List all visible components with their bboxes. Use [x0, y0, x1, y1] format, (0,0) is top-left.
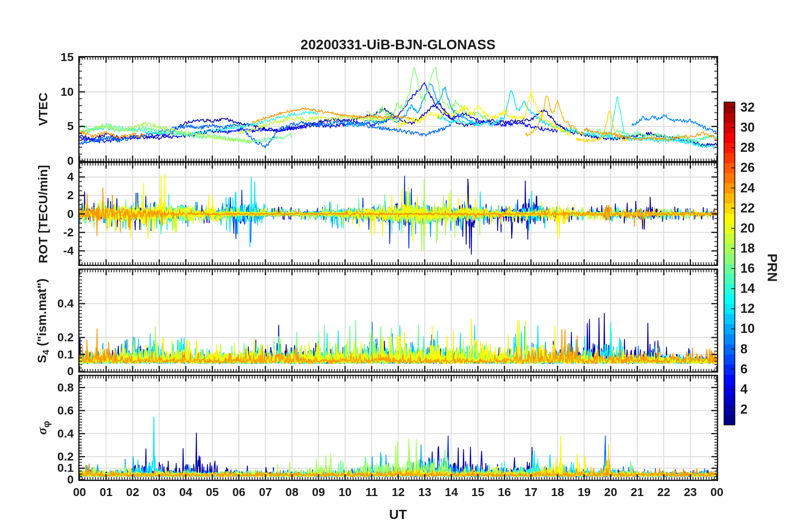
colorbar-label: PRN: [765, 253, 780, 282]
y-tick-label: 0.2: [57, 331, 74, 344]
y-tick-label: 0: [67, 473, 74, 486]
x-tick-label: 19: [578, 486, 591, 499]
y-tick-label: -4: [63, 244, 74, 258]
colorbar-tick-label: 14: [740, 281, 755, 296]
x-axis-label: UT: [389, 507, 407, 522]
colorbar-tick-label: 6: [740, 362, 747, 377]
y-tick-label: -2: [63, 226, 74, 239]
colorbar-tick-label: 28: [740, 140, 755, 155]
y-axis-label-vtec: VTEC: [36, 92, 50, 126]
x-tick-label: 11: [365, 486, 378, 499]
y-tick-label: 5: [67, 120, 74, 133]
x-tick-label: 01: [100, 486, 113, 499]
colorbar-tick-label: 10: [740, 321, 755, 336]
y-tick-label: 0.1: [57, 461, 74, 475]
y-tick-label: 15: [61, 51, 74, 64]
colorbar-tick-label: 26: [740, 160, 755, 175]
x-tick-label: 22: [657, 486, 670, 499]
x-tick-label: 12: [392, 486, 405, 499]
y-tick-label: 4: [67, 170, 74, 184]
y-tick-label: 10: [61, 85, 74, 99]
colorbar-tick-label: 12: [740, 301, 755, 316]
plot-canvas: [0, 0, 796, 532]
x-tick-label: 03: [153, 486, 166, 499]
y-tick-label: 0.4: [57, 297, 74, 310]
x-tick-label: 04: [179, 486, 192, 499]
y-tick-label: 2: [67, 189, 74, 202]
x-tick-label: 13: [418, 486, 431, 499]
colorbar-tick-label: 8: [740, 342, 747, 357]
x-tick-label: 00: [73, 486, 86, 499]
y-tick-label: 0.2: [57, 450, 74, 463]
colorbar-tick-label: 16: [740, 261, 755, 276]
colorbar-tick-label: 32: [740, 100, 755, 115]
y-tick-label: 0: [67, 154, 74, 168]
x-tick-label: 14: [445, 486, 458, 499]
x-tick-label: 10: [339, 486, 352, 499]
x-tick-label: 09: [312, 486, 325, 499]
colorbar-tick-label: 24: [740, 181, 755, 196]
y-axis-label-rot: ROT [TECU/min]: [36, 165, 50, 263]
x-tick-label: 05: [206, 486, 219, 499]
figure: 20200331-UiB-BJN-GLONASS UT PRN 00010203…: [0, 0, 796, 532]
y-tick-label: 0: [67, 365, 74, 378]
x-tick-label: 21: [631, 486, 644, 499]
x-tick-label: 18: [551, 486, 564, 499]
x-tick-label: 06: [232, 486, 245, 499]
x-tick-label: 08: [285, 486, 298, 499]
x-tick-label: 02: [126, 486, 139, 499]
y-tick-label: 0.4: [57, 427, 74, 440]
colorbar-tick-label: 2: [740, 402, 747, 417]
y-axis-label-s4: S4 ("ism.mat"): [35, 278, 51, 363]
y-tick-label: 0: [67, 207, 74, 221]
chart-title: 20200331-UiB-BJN-GLONASS: [0, 37, 796, 53]
x-tick-label: 00: [710, 486, 723, 499]
x-tick-label: 15: [471, 486, 484, 499]
colorbar-tick-label: 30: [740, 120, 755, 135]
x-tick-label: 07: [259, 486, 272, 499]
colorbar-tick-label: 18: [740, 241, 755, 256]
colorbar-tick-label: 22: [740, 201, 755, 216]
y-tick-label: 0.8: [57, 381, 74, 394]
colorbar-tick-label: 20: [740, 221, 755, 236]
y-tick-label: 0.1: [57, 348, 74, 361]
x-tick-label: 20: [604, 486, 617, 499]
x-tick-label: 17: [524, 486, 537, 499]
y-axis-label-sigma-phi: σφ: [34, 421, 52, 435]
colorbar-tick-label: 4: [740, 382, 747, 397]
x-tick-label: 16: [498, 486, 511, 499]
x-tick-label: 23: [684, 486, 697, 499]
y-tick-label: 0.6: [57, 404, 74, 417]
